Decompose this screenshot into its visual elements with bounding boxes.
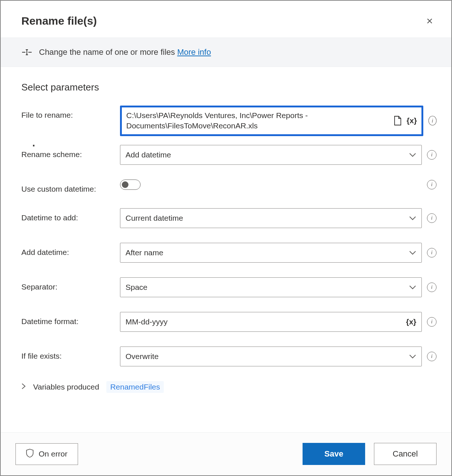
dialog-subheader: Change the name of one or more files Mor…: [1, 38, 451, 67]
field-if-file-exists: Overwrite i: [120, 347, 437, 366]
chevron-down-icon[interactable]: [409, 285, 416, 290]
variable-icon[interactable]: {x}: [407, 116, 417, 125]
field-separator: Space i: [120, 277, 437, 297]
value-datetime-format: MM-dd-yyyy: [126, 317, 402, 327]
field-add-datetime: After name i: [120, 243, 437, 263]
chevron-down-icon[interactable]: [409, 216, 416, 221]
field-file-to-rename: C:\Users\PA\Reynolds Ventures, Inc\Power…: [120, 106, 437, 136]
row-use-custom-datetime: Use custom datetime: i: [21, 180, 437, 193]
label-datetime-to-add: Datetime to add:: [21, 208, 113, 222]
info-icon[interactable]: i: [427, 248, 437, 257]
row-if-file-exists: If file exists: Overwrite i: [21, 347, 437, 366]
label-rename-scheme: Rename scheme:: [21, 145, 113, 159]
label-datetime-format: Datetime format:: [21, 312, 113, 326]
close-button[interactable]: ×: [423, 13, 437, 29]
value-add-datetime: After name: [126, 248, 405, 258]
value-rename-scheme: Add datetime: [126, 150, 405, 160]
select-separator[interactable]: Space: [120, 277, 422, 297]
info-icon[interactable]: i: [427, 213, 437, 223]
more-info-link[interactable]: More info: [177, 47, 211, 57]
rename-files-dialog: Rename file(s) × Change the name of one …: [0, 0, 452, 476]
value-if-file-exists: Overwrite: [126, 351, 405, 362]
info-icon[interactable]: i: [427, 150, 437, 160]
dialog-title: Rename file(s): [21, 15, 97, 27]
chevron-down-icon[interactable]: [409, 354, 416, 359]
info-icon[interactable]: i: [427, 352, 437, 361]
dialog-footer: On error Save Cancel: [1, 432, 451, 475]
dialog-header: Rename file(s) ×: [1, 1, 451, 38]
subheader-text: Change the name of one or more files Mor…: [39, 47, 211, 57]
label-use-custom-datetime: Use custom datetime:: [21, 180, 113, 193]
row-separator: Separator: Space i: [21, 277, 437, 297]
row-rename-scheme: Rename scheme: Add datetime i: [21, 145, 437, 165]
section-title: Select parameters: [21, 82, 437, 93]
file-picker-icon[interactable]: [393, 116, 402, 125]
variables-produced-label: Variables produced: [33, 383, 99, 391]
value-file-to-rename: C:\Users\PA\Reynolds Ventures, Inc\Power…: [126, 110, 390, 131]
field-rename-scheme: Add datetime i: [120, 145, 437, 165]
row-datetime-format: Datetime format: MM-dd-yyyy {x} i: [21, 312, 437, 332]
info-icon[interactable]: i: [427, 317, 437, 327]
label-file-to-rename: File to rename:: [21, 106, 113, 120]
row-file-to-rename: File to rename: C:\Users\PA\Reynolds Ven…: [21, 106, 437, 136]
value-separator: Space: [126, 282, 405, 292]
label-add-datetime: Add datetime:: [21, 243, 113, 257]
row-add-datetime: Add datetime: After name i: [21, 243, 437, 263]
dialog-body: Select parameters File to rename: C:\Use…: [1, 67, 451, 432]
rename-icon: [21, 49, 32, 56]
field-datetime-format: MM-dd-yyyy {x} i: [120, 312, 437, 332]
input-file-to-rename[interactable]: C:\Users\PA\Reynolds Ventures, Inc\Power…: [120, 106, 423, 136]
toggle-use-custom-datetime[interactable]: [120, 180, 141, 190]
input-icons: {x}: [390, 116, 417, 125]
select-if-file-exists[interactable]: Overwrite: [120, 347, 422, 366]
select-add-datetime[interactable]: After name: [120, 243, 422, 263]
toggle-knob: [122, 181, 128, 188]
cancel-button[interactable]: Cancel: [374, 443, 437, 465]
input-datetime-format[interactable]: MM-dd-yyyy {x}: [120, 312, 422, 332]
field-use-custom-datetime: i: [120, 180, 437, 190]
chevron-down-icon[interactable]: [409, 250, 416, 255]
info-icon[interactable]: i: [427, 180, 437, 189]
value-datetime-to-add: Current datetime: [126, 213, 405, 223]
footer-buttons: Save Cancel: [303, 443, 437, 465]
row-datetime-to-add: Datetime to add: Current datetime i: [21, 208, 437, 228]
on-error-button[interactable]: On error: [15, 443, 78, 465]
info-icon[interactable]: i: [428, 116, 437, 125]
variable-icon[interactable]: {x}: [406, 317, 416, 326]
row-variables-produced: Variables produced RenamedFiles: [21, 381, 437, 393]
chevron-down-icon[interactable]: [409, 152, 416, 157]
select-rename-scheme[interactable]: Add datetime: [120, 145, 422, 165]
info-icon[interactable]: i: [427, 283, 437, 292]
label-separator: Separator:: [21, 277, 113, 291]
select-datetime-to-add[interactable]: Current datetime: [120, 208, 422, 228]
label-if-file-exists: If file exists:: [21, 347, 113, 360]
chevron-right-icon[interactable]: [21, 383, 26, 391]
variable-chip-renamedfiles[interactable]: RenamedFiles: [106, 381, 163, 393]
field-datetime-to-add: Current datetime i: [120, 208, 437, 228]
shield-icon: [26, 449, 33, 459]
save-button[interactable]: Save: [303, 443, 365, 465]
on-error-label: On error: [39, 450, 67, 458]
subheader-description: Change the name of one or more files: [39, 47, 175, 57]
